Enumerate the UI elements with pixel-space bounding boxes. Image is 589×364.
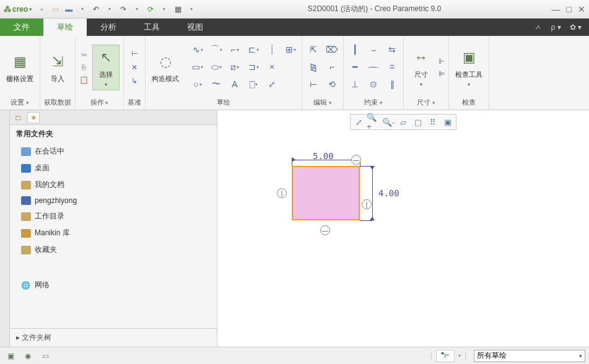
tab-tools[interactable]: 工具 [130,19,173,36]
dim-height-text[interactable]: 4.00 [378,188,399,198]
ref-dim-icon[interactable]: ⊫ [438,69,445,78]
minimize-icon[interactable]: — [552,4,561,14]
command-search-icon[interactable]: ρ ▾ [551,23,561,32]
sb-icon-3[interactable]: ▭ [38,350,52,362]
group-label-edit[interactable]: 编辑 [313,97,332,108]
baseline-icon[interactable]: ⊩ [438,57,445,66]
sidebar-item-1[interactable]: 桌面 [10,160,217,176]
folder-tree-toggle[interactable]: ▸ 文件夹树 [10,328,217,347]
equal-icon[interactable]: = [385,59,399,74]
display-style-icon[interactable]: ▢ [411,116,425,128]
group-label-ops[interactable]: 操作 [90,97,109,108]
collapse-ribbon-icon[interactable]: ㅅ [534,22,542,33]
rect-icon[interactable]: ▭ [190,59,205,74]
point-icon[interactable]: ✕ [131,63,137,72]
corner-icon[interactable]: ⌐ [325,59,339,74]
datum-display-icon[interactable]: ⠿ [426,116,440,128]
find-dd[interactable]: ▾ [458,353,461,358]
sidebar-item-network[interactable]: 🌐网络 [10,277,217,293]
horizontal-icon[interactable]: ━ [347,59,362,74]
circle-icon[interactable]: ○ [190,77,205,92]
settings-icon[interactable]: ✿ ▾ [570,23,582,32]
import-button[interactable]: ⇲导入 [44,50,71,86]
sb-icon-1[interactable]: ▣ [4,350,17,362]
zoom-out-icon[interactable]: 🔍- [382,116,395,128]
coord-icon[interactable]: ↳ [131,77,137,85]
divide-icon[interactable]: ⊢ [306,77,321,92]
tab-view[interactable]: 视图 [173,19,217,36]
vertical-icon[interactable]: ┃ [347,42,362,57]
delete-seg-icon[interactable]: ⌦ [325,42,339,57]
constraint-vertical-right[interactable]: | [362,199,372,209]
folder-tab-icon[interactable]: 🗀 [12,112,25,123]
undo-icon[interactable]: ↶ [90,4,102,15]
select-button[interactable]: ↖选择▾ [92,45,120,90]
sidebar-item-2[interactable]: 我的文档 [10,176,217,193]
perp-icon[interactable]: ⊥ [347,77,362,92]
group-label-constrain[interactable]: 约束 [364,97,383,108]
inspect-button[interactable]: ▣检查工具▾ [453,45,485,90]
regen-icon[interactable]: ⟳ [145,4,156,15]
thicken-icon[interactable]: ⊐ [246,59,261,74]
sidebar-item-5[interactable]: Manikin 库 [10,225,217,241]
parallel-icon[interactable]: ∥ [385,77,399,92]
palette-icon[interactable]: ⊞ [283,42,298,57]
regen-dd[interactable]: ▾ [159,4,170,15]
centerline-icon[interactable]: ⊢ [131,50,137,58]
coincident-icon[interactable]: ⊙ [366,77,381,92]
new-icon[interactable]: ▫ [36,4,47,15]
zoom-in-icon[interactable]: 🔍+ [367,116,380,128]
tangent-icon[interactable]: ⌣ [366,42,381,57]
redo-icon[interactable]: ↷ [118,4,129,15]
tab-file[interactable]: 文件 [0,19,43,36]
save-icon[interactable]: ▬ [63,4,74,15]
favorites-tab-icon[interactable]: ★ [27,112,40,123]
ellipse-icon[interactable]: ⬭ [209,59,224,74]
open-icon[interactable]: ▭ [50,4,61,15]
dimension-button[interactable]: ↔尺寸▾ [408,45,435,90]
redo-dd[interactable]: ▾ [131,4,142,15]
arc-icon[interactable]: ⌒ [209,42,224,57]
undo-dd[interactable]: ▾ [104,4,115,15]
text-icon[interactable]: A [227,77,242,92]
paste-icon[interactable]: 📋 [79,76,89,84]
selection-filter-combo[interactable]: 所有草绘▾ [474,350,585,362]
annotate-display-icon[interactable]: ▣ [441,116,455,128]
tab-analysis[interactable]: 分析 [87,19,130,36]
point2-icon[interactable]: × [264,59,279,74]
fillet-icon[interactable]: ⌐ [227,42,242,57]
sidebar-item-0[interactable]: 在会话中 [10,143,217,160]
coord2-icon[interactable]: ⤢ [264,77,279,92]
line-icon[interactable]: ∿ [190,42,205,57]
chamfer-icon[interactable]: ⧄ [227,59,242,74]
construction-mode-button[interactable]: ◌构造模式 [149,50,181,86]
find-icon[interactable]: 🔭 [436,350,455,362]
grid-settings-button[interactable]: ▦栅格设置 [4,50,36,86]
windows-icon[interactable]: ▦ [172,4,183,15]
sidebar-item-6[interactable]: 收藏夹 [10,241,217,258]
sidebar-item-4[interactable]: 工作目录 [10,208,217,225]
left-rail[interactable] [0,110,10,347]
midpoint-icon[interactable]: ·─· [366,59,381,74]
group-label-setup[interactable]: 设置 [11,97,29,108]
trim-icon[interactable]: ⇱ [306,42,321,57]
sidebar-item-3[interactable]: pengzhiyong [10,193,217,208]
constraint-vertical-left[interactable]: | [277,188,287,198]
spline-icon[interactable]: 〜 [209,77,224,92]
cut-icon[interactable]: ✂ [81,51,87,59]
sb-icon-2[interactable]: ◉ [21,350,35,362]
sketch-rectangle[interactable] [292,166,360,220]
group-label-dim[interactable]: 尺寸 [417,97,435,108]
save-dd[interactable]: ▾ [77,4,88,15]
win-dd[interactable]: ▾ [186,4,197,15]
mirror-icon[interactable]: ⧎ [306,59,321,74]
centerline2-icon[interactable]: ┊ [264,42,279,57]
offset-icon[interactable]: ⊏ [246,42,261,57]
graphics-canvas[interactable]: ⤢ 🔍+ 🔍- ▱ ▢ ⠿ ▣ 5.00 4.00 | | [217,110,589,347]
refit-icon[interactable]: ⤢ [352,116,365,128]
tab-sketch[interactable]: 草绘 [43,19,87,36]
constraint-horizontal-top[interactable]: — [351,155,361,165]
project-icon[interactable]: ⎕ [246,77,261,92]
repaint-icon[interactable]: ▱ [396,116,410,128]
maximize-icon[interactable]: □ [567,4,572,14]
